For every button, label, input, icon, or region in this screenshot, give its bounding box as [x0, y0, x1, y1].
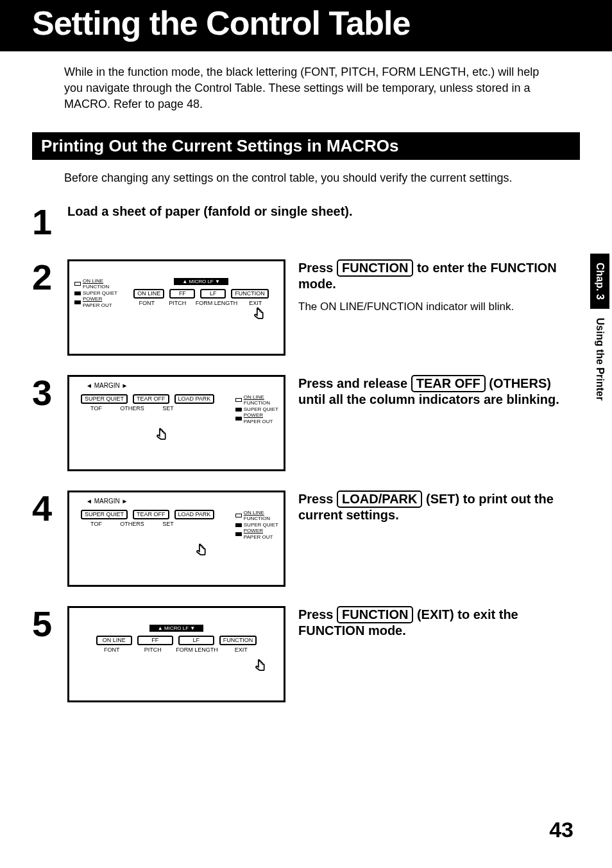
intro-paragraph: While in the function mode, the black le…: [64, 64, 548, 113]
step-number: 5: [32, 606, 67, 642]
pointing-hand-icon: [249, 306, 267, 324]
tear-off-button: TEAR OFF: [133, 510, 169, 520]
margin-label: MARGIN: [74, 498, 278, 505]
tear-off-button: TEAR OFF: [133, 394, 169, 404]
indicator-column: ON LINEFUNCTION SUPER QUIET POWERPAPER O…: [235, 390, 278, 425]
function-keycap: FUNCTION: [337, 259, 413, 277]
subheading-intro: Before changing any settings on the cont…: [64, 171, 548, 185]
function-keycap: FUNCTION: [337, 606, 413, 623]
side-tabs: Chap. 3 Using the Printer: [590, 254, 612, 410]
subheading-band: Printing Out the Current Settings in MAC…: [32, 132, 580, 160]
control-panel-figure-2: ON LINEFUNCTION SUPER QUIET POWERPAPER O…: [67, 259, 285, 356]
step-instruction: Load a sheet of paper (fanfold or single…: [67, 204, 353, 218]
margin-label: MARGIN: [74, 382, 278, 389]
instruction-pre: Press: [298, 607, 337, 621]
chapter-tab: Chap. 3: [590, 254, 609, 309]
step-number: 4: [32, 490, 67, 526]
super-quiet-button: SUPER QUIET: [81, 510, 128, 520]
step-4: 4 MARGIN SUPER QUIET TEAR OFF LOAD PARK …: [32, 490, 580, 587]
page-number: 43: [549, 817, 574, 842]
tearoff-keycap: TEAR OFF: [411, 375, 486, 392]
pointing-hand-icon: [250, 658, 268, 676]
instruction-pre: Press: [298, 261, 337, 275]
section-tab: Using the Printer: [590, 309, 609, 410]
function-button: FUNCTION: [231, 289, 269, 299]
control-panel-figure-3: MARGIN SUPER QUIET TEAR OFF LOAD PARK TO…: [67, 375, 285, 471]
lf-button: LF: [178, 636, 214, 646]
page-title: Setting the Control Table: [32, 0, 612, 46]
step-2: 2 ON LINEFUNCTION SUPER QUIET POWERPAPER…: [32, 259, 580, 356]
control-panel-figure-4: MARGIN SUPER QUIET TEAR OFF LOAD PARK TO…: [67, 490, 285, 587]
instruction-pre: Press: [298, 492, 337, 506]
indicator-column: ON LINEFUNCTION SUPER QUIET POWERPAPER O…: [235, 506, 278, 541]
online-button: ON LINE: [96, 636, 132, 646]
subheading-title: Printing Out the Current Settings in MAC…: [41, 136, 571, 156]
step-3: 3 MARGIN SUPER QUIET TEAR OFF LOAD PARK …: [32, 375, 580, 471]
loadpark-keycap: LOAD/PARK: [337, 490, 422, 508]
title-band: Setting the Control Table: [0, 0, 612, 51]
ff-button: FF: [137, 636, 173, 646]
function-button: FUNCTION: [219, 636, 257, 646]
instruction-sub: The ON LINE/FUNCTION indicator will blin…: [298, 300, 580, 313]
lf-button: LF: [200, 289, 226, 299]
indicator-column: ON LINEFUNCTION SUPER QUIET POWERPAPER O…: [74, 278, 117, 309]
step-number: 3: [32, 375, 67, 411]
micro-lf-label: ▲ MICRO LF ▼: [174, 278, 228, 285]
micro-lf-label: ▲ MICRO LF ▼: [149, 625, 204, 632]
step-5: 5 ▲ MICRO LF ▼ ON LINE FF LF FUNCTION FO…: [32, 606, 580, 702]
steps-container: 1 Load a sheet of paper (fanfold or sing…: [32, 204, 580, 702]
online-button: ON LINE: [133, 289, 164, 299]
ff-button: FF: [169, 289, 195, 299]
load-park-button: LOAD PARK: [174, 510, 215, 520]
instruction-pre: Press and release: [298, 376, 411, 390]
step-1: 1 Load a sheet of paper (fanfold or sing…: [32, 204, 580, 240]
pointing-hand-icon: [151, 427, 169, 445]
super-quiet-button: SUPER QUIET: [81, 394, 128, 404]
control-panel-figure-5: ▲ MICRO LF ▼ ON LINE FF LF FUNCTION FONT…: [67, 606, 285, 702]
step-number: 2: [32, 259, 67, 295]
load-park-button: LOAD PARK: [174, 394, 215, 404]
pointing-hand-icon: [191, 542, 209, 560]
step-number: 1: [32, 204, 67, 240]
